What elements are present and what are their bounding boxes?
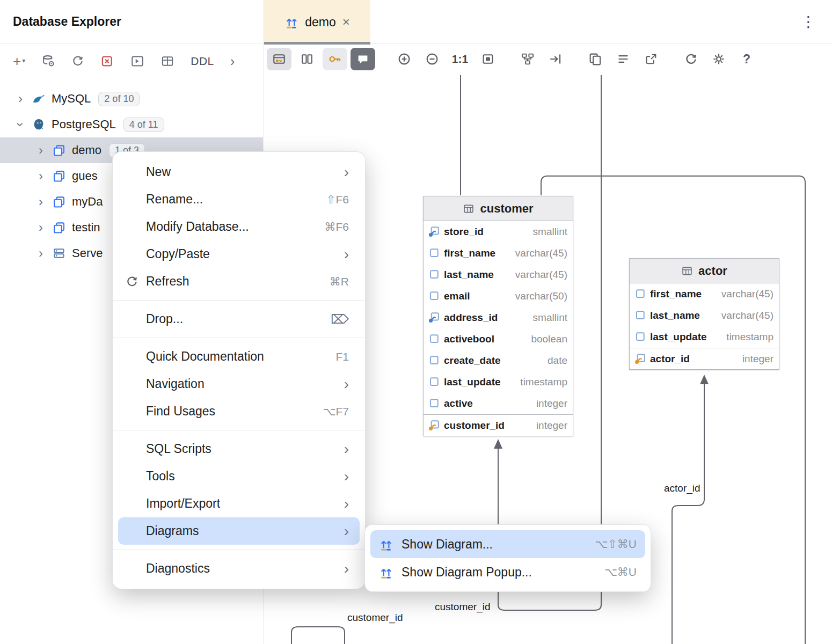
delete-icon: ⌦ [331, 312, 349, 327]
table-customer[interactable]: customer store_id smallint first_name va… [423, 196, 573, 436]
primary-key-row[interactable]: customer_id integer [424, 414, 573, 436]
primary-key-icon [634, 353, 646, 365]
column-row[interactable]: last_update timestamp [630, 326, 779, 348]
column-row[interactable]: last_update timestamp [424, 371, 573, 393]
zoom-out-button[interactable] [418, 52, 446, 66]
tree-item-mysql[interactable]: › MySQL 2 of 10 [0, 86, 263, 112]
expand-chevron-icon[interactable]: › [34, 169, 47, 184]
jump-to-console-button[interactable] [130, 54, 144, 68]
expand-chevron-icon[interactable]: › [14, 91, 27, 106]
close-session-button[interactable] [100, 54, 114, 68]
menu-item-sql-scripts[interactable]: SQL Scripts › [118, 435, 360, 463]
menu-item-diagnostics[interactable]: Diagnostics › [118, 555, 360, 582]
menu-item-copy-paste[interactable]: Copy/Paste › [118, 240, 360, 268]
expand-chevron-icon[interactable]: › [34, 246, 47, 261]
menu-item-quick-documentation[interactable]: Quick Documentation F1 [118, 343, 360, 370]
shortcut-label: ⌥F7 [323, 405, 349, 418]
ddl-button[interactable]: DDL [191, 55, 214, 68]
tab-demo[interactable]: demo × [264, 0, 370, 44]
tree-item-badge: 4 of 11 [123, 118, 164, 132]
column-icon [428, 355, 440, 367]
table-header[interactable]: customer [424, 196, 573, 221]
database-icon [52, 221, 67, 235]
export-diagram-button[interactable] [637, 53, 665, 65]
column-row[interactable]: first_name varchar(45) [630, 283, 779, 305]
menu-item-find-usages[interactable]: Find Usages ⌥F7 [118, 398, 360, 425]
submenu-chevron-icon: › [344, 561, 349, 576]
postgresql-icon [31, 118, 46, 131]
expand-chevron-icon[interactable]: › [34, 220, 47, 235]
diagram-icon [284, 15, 298, 29]
collapse-chevron-icon[interactable]: › [13, 118, 28, 131]
diagram-icon [379, 565, 393, 579]
show-keys-toggle[interactable] [323, 48, 347, 70]
expand-chevron-icon[interactable]: › [34, 194, 47, 209]
new-item-button[interactable]: +▾ [13, 53, 25, 70]
column-row[interactable]: create_date date [424, 350, 573, 371]
column-icon [634, 331, 646, 343]
submenu-chevron-icon: › [344, 165, 349, 180]
column-icon [428, 269, 440, 281]
column-icon [634, 310, 646, 321]
show-comments-toggle[interactable] [351, 48, 375, 70]
refresh-diagram-button[interactable] [677, 53, 705, 66]
zoom-in-button[interactable] [390, 52, 418, 66]
refresh-button[interactable] [71, 55, 84, 68]
menu-item-import-export[interactable]: Import/Export › [118, 490, 360, 517]
shortcut-label: ⌘F6 [324, 221, 349, 233]
tree-item-label: MySQL [52, 92, 91, 106]
tree-item-label: Serve [72, 246, 103, 260]
column-row[interactable]: activebool boolean [424, 328, 573, 350]
expand-chevron-icon[interactable]: › [34, 143, 47, 158]
notation-button[interactable] [609, 52, 637, 66]
menu-item-drop[interactable]: Drop... ⌦ [118, 305, 360, 333]
data-source-properties-button[interactable] [41, 54, 55, 68]
menu-item-new[interactable]: New › [118, 158, 360, 186]
fit-content-button[interactable] [474, 52, 502, 66]
column-row[interactable]: first_name varchar(45) [424, 243, 573, 264]
submenu-chevron-icon: › [344, 496, 349, 511]
zoom-reset-button[interactable]: 1:1 [446, 53, 474, 65]
close-tab-icon[interactable]: × [342, 16, 350, 28]
column-row[interactable]: active integer [424, 393, 573, 414]
more-toolbar-chevron[interactable]: › [230, 53, 235, 70]
menu-separator [113, 550, 365, 550]
table-header[interactable]: actor [630, 259, 779, 283]
tree-item-postgresql[interactable]: › PostgreSQL 4 of 11 [0, 112, 263, 137]
column-row[interactable]: last_name varchar(45) [630, 305, 779, 326]
menu-item-tools[interactable]: Tools › [118, 463, 360, 490]
submenu-chevron-icon: › [344, 524, 349, 539]
settings-button[interactable] [705, 52, 733, 66]
diagram-toolbar: 1:1 ? [264, 45, 832, 73]
database-icon [52, 195, 67, 209]
menu-item-rename[interactable]: Rename... ⇧F6 [118, 186, 360, 213]
column-icon [634, 288, 646, 300]
copy-diagram-button[interactable] [581, 52, 609, 66]
tree-item-label: demo [72, 143, 101, 157]
menu-item-navigation[interactable]: Navigation › [118, 370, 360, 398]
mysql-icon [31, 92, 46, 106]
menu-item-modify-database[interactable]: Modify Database... ⌘F6 [118, 213, 360, 240]
table-view-button[interactable] [160, 54, 174, 68]
submenu-item-show-diagram[interactable]: Show Diagram... ⌥⇧⌘U [370, 530, 645, 558]
apply-layout-button[interactable] [514, 52, 542, 66]
column-row[interactable]: address_id smallint [424, 307, 573, 328]
help-button[interactable]: ? [733, 52, 761, 67]
column-row[interactable]: last_name varchar(45) [424, 264, 573, 286]
context-menu: New › Rename... ⇧F6 Modify Database... ⌘… [113, 152, 365, 589]
more-options-button[interactable]: ⋮ [801, 13, 817, 31]
primary-key-row[interactable]: actor_id integer [630, 348, 779, 369]
menu-item-diagrams[interactable]: Diagrams › [118, 517, 360, 545]
show-key-columns-toggle[interactable] [267, 48, 291, 70]
table-title: customer [480, 202, 533, 216]
column-row[interactable]: store_id smallint [424, 221, 573, 243]
submenu-item-show-diagram-popup[interactable]: Show Diagram Popup... ⌥⌘U [370, 558, 645, 586]
panel-toolbar: +▾ DDL › [0, 44, 263, 78]
shortcut-label: ⌘R [330, 275, 349, 288]
table-actor[interactable]: actor first_name varchar(45) last_name v… [629, 258, 779, 370]
column-row[interactable]: email varchar(50) [424, 286, 573, 307]
show-columns-toggle[interactable] [295, 48, 319, 70]
column-icon [428, 333, 440, 345]
menu-item-refresh[interactable]: Refresh ⌘R [118, 268, 360, 295]
snap-to-grid-button[interactable] [542, 52, 570, 66]
